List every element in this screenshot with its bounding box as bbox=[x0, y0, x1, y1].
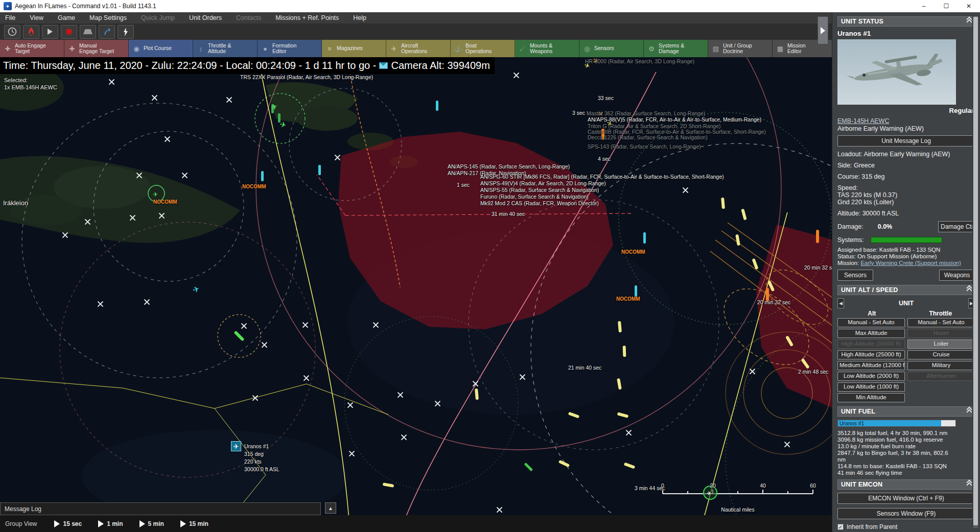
throttle-afterburner-button: Afterburner bbox=[907, 372, 975, 381]
unit-name: Uranos #1 bbox=[837, 30, 975, 37]
close-button[interactable]: ✕ bbox=[958, 0, 980, 12]
side-line: Side: Greece bbox=[837, 162, 975, 169]
speed-5min-button[interactable]: 5 min bbox=[139, 520, 164, 527]
unit-fuel-header[interactable]: UNIT FUEL bbox=[837, 406, 975, 417]
fire-button[interactable] bbox=[23, 25, 39, 39]
alt-medium-button[interactable]: Medium Altitude (12000 ft) bbox=[837, 361, 905, 370]
arrow-right-icon bbox=[821, 27, 825, 34]
minimize-button[interactable]: – bbox=[913, 0, 935, 12]
tab-systems-damage[interactable]: ⚙ Systems &Damage bbox=[644, 40, 708, 57]
tab-sensors[interactable]: ◎ Sensors bbox=[579, 40, 644, 57]
throttle-column-header: Throttle bbox=[906, 310, 975, 317]
maximize-button[interactable]: ☐ bbox=[935, 0, 958, 12]
alt-column-header: Alt bbox=[837, 310, 906, 317]
tab-throttle-altitude[interactable]: ↕ Throttle &Altitude bbox=[193, 40, 258, 57]
clock-button[interactable] bbox=[4, 25, 20, 39]
fuel-line: 2847.7 kg to Bingo fuel, 3 hr 38 min, 80… bbox=[837, 450, 956, 463]
tab-manual-engage-target[interactable]: ✚ ManualEngage Target bbox=[64, 40, 129, 57]
fuel-line: 114.8 nm to base: Kastelli FAB - 133 SQN bbox=[837, 463, 956, 470]
panel-scrollbar[interactable] bbox=[972, 15, 979, 529]
alt-manual-button[interactable]: Manual - Set Auto bbox=[837, 318, 905, 327]
damage-ctrl-button[interactable]: Damage Ctrl bbox=[938, 221, 975, 232]
unit-class-link[interactable]: EMB-145H AEWC bbox=[837, 117, 975, 125]
menu-unit-orders[interactable]: Unit Orders bbox=[189, 14, 222, 21]
alt-max-button[interactable]: Max Altitude bbox=[837, 329, 905, 338]
tab-auto-engage-target[interactable]: ✚ Auto EngageTarget bbox=[0, 40, 64, 57]
layers-button[interactable] bbox=[80, 25, 96, 39]
tab-boat-operations[interactable]: ⚓ BoatOperations bbox=[451, 40, 515, 57]
assigned-base-line: Assigned base: Kastelli FAB - 133 SQN bbox=[837, 247, 975, 253]
unit-message-log-button[interactable]: Unit Message Log bbox=[837, 135, 975, 147]
sensors-button[interactable]: Sensors bbox=[837, 270, 873, 281]
record-button[interactable] bbox=[61, 25, 77, 39]
speed-1min-button[interactable]: 1 min bbox=[98, 520, 123, 527]
emcon-window-button[interactable]: EMCON Window (Ctrl + F9) bbox=[837, 493, 975, 504]
alt-low1000-button[interactable]: Low Altitude (1000 ft) bbox=[837, 382, 905, 392]
scale-bar bbox=[663, 490, 813, 494]
throttle-manual-button[interactable]: Manual - Set Auto bbox=[907, 318, 975, 327]
unit-alt-speed-header[interactable]: UNIT ALT / SPEED bbox=[837, 285, 975, 295]
menu-game[interactable]: Game bbox=[58, 14, 75, 21]
jump-button[interactable] bbox=[99, 25, 115, 39]
tab-magazines[interactable]: ≡ Magazines bbox=[322, 40, 386, 57]
time-text: Time: Thursday, June 11, 2020 - Zulu: 22… bbox=[3, 60, 376, 71]
unit-emcon-header[interactable]: UNIT EMCON bbox=[837, 479, 975, 490]
doctrine-icon: ▤ bbox=[712, 45, 720, 53]
mounts-icon: ☄ bbox=[519, 45, 527, 53]
selected-unit-icon[interactable]: ✈ bbox=[231, 441, 241, 451]
alt-low2000-button[interactable]: Low Altitude (2000 ft) bbox=[837, 372, 905, 381]
sensors-window-button[interactable]: Sensors Window (F9) bbox=[837, 508, 975, 519]
envelope-icon[interactable] bbox=[379, 62, 388, 69]
message-log-expand-button[interactable]: ▲ bbox=[325, 502, 336, 514]
throttle-cruise-button[interactable]: Cruise bbox=[907, 350, 975, 359]
message-log-bar[interactable]: Message Log bbox=[0, 502, 321, 515]
tab-plot-course[interactable]: ◉ Plot Course bbox=[129, 40, 193, 57]
collapse-chevron-icon[interactable] bbox=[967, 19, 971, 24]
time-bar: Time: Thursday, June 11, 2020 - Zulu: 22… bbox=[0, 57, 495, 74]
svg-text:✈: ✈ bbox=[583, 61, 591, 70]
throttle-military-button[interactable]: Military bbox=[907, 361, 975, 370]
sensors-icon: ◎ bbox=[583, 45, 591, 53]
menu-map-settings[interactable]: Map Settings bbox=[89, 14, 127, 21]
tab-mounts-weapons[interactable]: ☄ Mounts &Weapons bbox=[515, 40, 579, 57]
mission-link[interactable]: Early Warning Crete (Support mission) bbox=[860, 260, 961, 266]
alt-high25000-button[interactable]: High Altitude (25000 ft) bbox=[837, 350, 905, 359]
tab-formation-editor[interactable]: ● FormationEditor bbox=[258, 40, 322, 57]
play-icon bbox=[180, 520, 186, 527]
magazines-icon: ≡ bbox=[325, 45, 334, 53]
selector-prev-button[interactable]: ◀ bbox=[837, 298, 844, 308]
checkbox-icon[interactable]: ✓ bbox=[837, 524, 844, 530]
systems-health-bar bbox=[871, 237, 942, 243]
collapse-chevron-icon[interactable] bbox=[967, 482, 971, 487]
throttle-loiter-button[interactable]: Loiter bbox=[907, 340, 975, 349]
collapse-chevron-icon[interactable] bbox=[967, 288, 971, 293]
svg-text:✈: ✈ bbox=[605, 119, 614, 128]
fuel-line: 13.0 kg / minute fuel burn rate bbox=[837, 443, 956, 450]
unit-status-header[interactable]: UNIT STATUS bbox=[837, 16, 975, 27]
weapons-button[interactable]: Weapons bbox=[939, 270, 975, 281]
fuel-gauge: Uranos #1 bbox=[837, 420, 956, 427]
speed-15min-button[interactable]: 15 min bbox=[180, 520, 208, 527]
play-icon bbox=[54, 520, 60, 527]
menu-file[interactable]: File bbox=[5, 14, 15, 21]
tab-unit-group-doctrine[interactable]: ▤ Unit / GroupDoctrine bbox=[708, 40, 773, 57]
aew-aircraft-image bbox=[837, 39, 956, 105]
fuel-line: 3512.8 kg total fuel, 4 hr 30 min, 990.1… bbox=[837, 430, 956, 437]
inherit-from-parent-row[interactable]: ✓ Inherit from Parent bbox=[837, 523, 975, 530]
speed-15sec-button[interactable]: 15 sec bbox=[54, 520, 82, 527]
tactical-map[interactable]: ✈ ✈ ✈ ✈ ✈ ✈ ✈ ✈ ✈ Time: Thursday, June 1… bbox=[0, 57, 834, 532]
collapse-chevron-icon[interactable] bbox=[967, 409, 971, 414]
group-view-label: Group View bbox=[5, 520, 37, 527]
tab-aircraft-operations[interactable]: ✈ AircraftOperations bbox=[386, 40, 451, 57]
play-button[interactable] bbox=[42, 25, 58, 39]
alt-min-button[interactable]: Min Altitude bbox=[837, 393, 905, 402]
menu-missions-ref-points[interactable]: Missions + Ref. Points bbox=[275, 14, 339, 21]
panel-collapse-button[interactable] bbox=[818, 16, 828, 44]
speed-label: Speed: bbox=[837, 184, 975, 191]
scrollbar-thumb[interactable] bbox=[973, 17, 978, 525]
lightning-button[interactable] bbox=[118, 25, 134, 39]
svg-text:✈: ✈ bbox=[591, 57, 601, 66]
menu-view[interactable]: View bbox=[30, 14, 43, 21]
menu-help[interactable]: Help bbox=[353, 14, 366, 21]
ramp-icon bbox=[83, 29, 92, 34]
